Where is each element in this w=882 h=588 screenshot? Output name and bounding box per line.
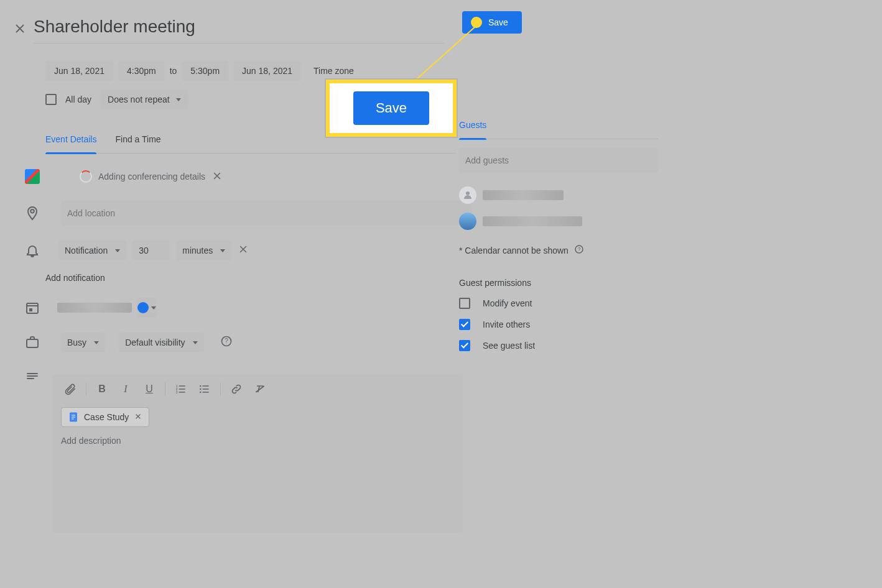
tab-guests[interactable]: Guests <box>459 120 486 139</box>
recurrence-label: Does not repeat <box>108 94 170 104</box>
perm-see-checkbox[interactable] <box>459 340 470 351</box>
bell-icon <box>25 243 52 258</box>
guest-name-redacted <box>483 216 582 226</box>
location-input[interactable] <box>61 201 471 226</box>
availability-select[interactable]: Busy <box>61 333 105 352</box>
chevron-down-icon <box>115 249 120 252</box>
calendar-icon <box>25 300 52 315</box>
avatar <box>459 186 476 204</box>
add-guests-input[interactable] <box>459 148 658 173</box>
description-icon <box>25 370 52 385</box>
tab-event-details[interactable]: Event Details <box>45 134 96 153</box>
start-time-chip[interactable]: 4:30pm <box>118 61 165 81</box>
notification-type-select[interactable]: Notification <box>58 241 126 260</box>
guest-name-redacted <box>483 190 564 200</box>
callout-highlight: Save <box>326 80 457 137</box>
numbered-list-icon[interactable]: 123 <box>173 381 189 397</box>
callout-save-button: Save <box>353 91 429 125</box>
visibility-select[interactable]: Default visibility <box>119 333 203 352</box>
guest-list-item[interactable] <box>459 186 658 204</box>
all-day-checkbox[interactable] <box>45 94 57 105</box>
perm-invite-label: Invite others <box>483 319 530 329</box>
description-panel: B I U 123 Case Study <box>52 375 463 533</box>
conferencing-status-label: Adding conferencing details <box>98 172 205 181</box>
event-editor-modal: Save Jun 18, 2021 4:30pm to 5:30pm Jun 1… <box>0 0 882 588</box>
tab-find-a-time[interactable]: Find a Time <box>115 134 160 153</box>
help-icon[interactable]: ? <box>220 335 233 350</box>
remove-conferencing-button[interactable] <box>211 170 223 183</box>
to-label: to <box>170 66 177 76</box>
chevron-down-icon <box>193 341 198 344</box>
description-input[interactable]: Add description <box>52 432 463 446</box>
color-dot-icon <box>137 302 149 313</box>
calendar-visibility-note: * Calendar cannot be shown <box>459 246 569 255</box>
svg-rect-1 <box>29 308 32 311</box>
calendar-owner-name-redacted <box>57 303 132 313</box>
perm-modify-checkbox[interactable] <box>459 298 470 309</box>
guest-list-item[interactable] <box>459 213 658 230</box>
notification-value-input[interactable] <box>132 241 170 260</box>
attachment-chip[interactable]: Case Study <box>61 407 149 427</box>
underline-icon[interactable]: U <box>141 381 157 397</box>
clear-format-icon[interactable] <box>252 381 268 397</box>
location-icon <box>25 206 52 221</box>
chevron-down-icon <box>176 98 181 101</box>
event-title-input[interactable] <box>34 14 444 44</box>
guest-permissions-title: Guest permissions <box>459 278 658 288</box>
save-button-label: Save <box>488 17 508 27</box>
help-icon[interactable]: ? <box>573 244 585 257</box>
all-day-label: All day <box>65 94 91 104</box>
svg-point-12 <box>466 191 470 195</box>
event-color-select[interactable] <box>137 298 157 318</box>
svg-text:?: ? <box>225 338 228 344</box>
end-time-chip[interactable]: 5:30pm <box>182 61 228 81</box>
notification-unit-select[interactable]: minutes <box>176 241 231 260</box>
timezone-button[interactable]: Time zone <box>313 66 354 76</box>
svg-rect-2 <box>27 339 38 347</box>
bold-icon[interactable]: B <box>94 381 110 397</box>
end-date-chip[interactable]: Jun 18, 2021 <box>233 61 301 81</box>
google-doc-icon <box>68 411 79 423</box>
attachment-label: Case Study <box>84 412 129 422</box>
recurrence-select[interactable]: Does not repeat <box>100 90 188 109</box>
perm-modify-label: Modify event <box>483 298 532 308</box>
svg-point-10 <box>200 392 202 393</box>
chevron-down-icon <box>220 249 225 252</box>
avatar <box>459 213 476 230</box>
spinner-icon <box>80 170 92 183</box>
svg-text:?: ? <box>578 247 581 252</box>
svg-point-9 <box>200 388 202 390</box>
link-icon[interactable] <box>228 381 244 397</box>
remove-attachment-icon[interactable] <box>134 412 142 423</box>
google-meet-icon <box>25 169 40 184</box>
remove-notification-button[interactable] <box>238 244 249 257</box>
italic-icon[interactable]: I <box>118 381 134 397</box>
svg-text:3: 3 <box>176 390 178 394</box>
bulleted-list-icon[interactable] <box>197 381 213 397</box>
attachment-icon[interactable] <box>62 381 78 397</box>
conferencing-status-row: Adding conferencing details <box>61 170 223 183</box>
perm-see-label: See guest list <box>483 341 535 351</box>
chevron-down-icon <box>94 341 99 344</box>
start-date-chip[interactable]: Jun 18, 2021 <box>45 61 113 81</box>
perm-invite-checkbox[interactable] <box>459 319 470 330</box>
chevron-down-icon <box>151 306 156 310</box>
briefcase-icon <box>25 335 52 350</box>
close-icon[interactable] <box>12 21 27 36</box>
svg-point-8 <box>200 385 202 387</box>
